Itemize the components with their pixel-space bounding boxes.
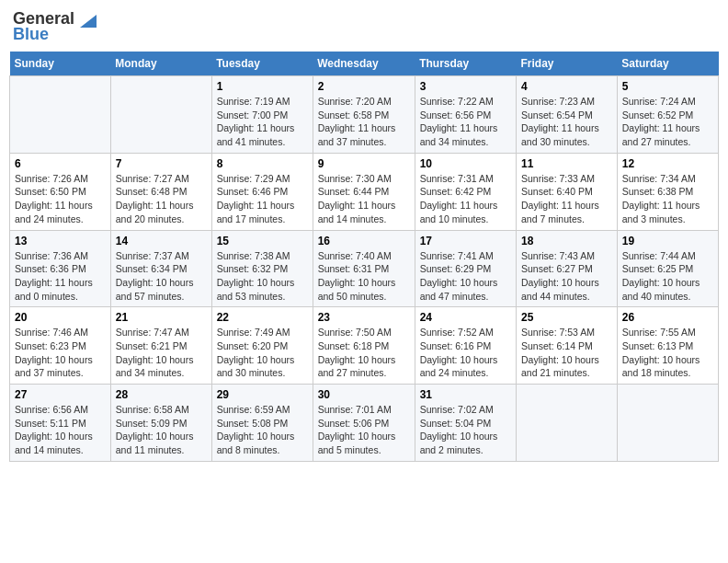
weekday-header-thursday: Thursday xyxy=(415,52,516,76)
calendar-cell: 7 Sunrise: 7:27 AMSunset: 6:48 PMDayligh… xyxy=(110,153,211,230)
day-detail: Sunrise: 7:38 AMSunset: 6:32 PMDaylight:… xyxy=(217,249,308,304)
day-detail: Sunrise: 7:26 AMSunset: 6:50 PMDaylight:… xyxy=(15,172,106,226)
day-number: 14 xyxy=(116,235,207,247)
calendar-cell: 31 Sunrise: 7:02 AMSunset: 5:04 PMDaylig… xyxy=(415,385,516,462)
day-detail: Sunrise: 7:43 AMSunset: 6:27 PMDaylight:… xyxy=(521,249,612,304)
calendar-cell: 19 Sunrise: 7:44 AMSunset: 6:25 PMDaylig… xyxy=(617,230,718,307)
calendar-cell: 3 Sunrise: 7:22 AMSunset: 6:56 PMDayligh… xyxy=(415,76,516,154)
calendar-cell xyxy=(110,76,211,154)
day-number: 18 xyxy=(521,235,612,247)
day-number: 4 xyxy=(521,80,612,93)
day-number: 29 xyxy=(217,388,308,401)
day-number: 8 xyxy=(217,157,308,170)
day-detail: Sunrise: 7:02 AMSunset: 5:04 PMDaylight:… xyxy=(420,403,511,457)
calendar-cell: 10 Sunrise: 7:31 AMSunset: 6:42 PMDaylig… xyxy=(415,153,516,230)
day-detail: Sunrise: 7:36 AMSunset: 6:36 PMDaylight:… xyxy=(15,249,106,304)
calendar-cell xyxy=(617,385,718,462)
day-detail: Sunrise: 7:24 AMSunset: 6:52 PMDaylight:… xyxy=(622,95,713,149)
day-number: 23 xyxy=(318,311,410,324)
calendar-cell: 9 Sunrise: 7:30 AMSunset: 6:44 PMDayligh… xyxy=(313,153,415,230)
day-detail: Sunrise: 7:47 AMSunset: 6:21 PMDaylight:… xyxy=(116,326,207,380)
week-row-2: 6 Sunrise: 7:26 AMSunset: 6:50 PMDayligh… xyxy=(10,153,719,230)
calendar-cell xyxy=(10,76,111,154)
day-detail: Sunrise: 6:59 AMSunset: 5:08 PMDaylight:… xyxy=(217,403,308,457)
calendar-cell: 6 Sunrise: 7:26 AMSunset: 6:50 PMDayligh… xyxy=(10,153,111,230)
calendar-cell: 2 Sunrise: 7:20 AMSunset: 6:58 PMDayligh… xyxy=(313,76,415,154)
calendar-cell: 17 Sunrise: 7:41 AMSunset: 6:29 PMDaylig… xyxy=(415,230,516,307)
calendar-cell: 11 Sunrise: 7:33 AMSunset: 6:40 PMDaylig… xyxy=(517,153,618,230)
calendar-cell: 5 Sunrise: 7:24 AMSunset: 6:52 PMDayligh… xyxy=(617,76,718,154)
day-number: 20 xyxy=(15,311,106,324)
calendar-cell: 12 Sunrise: 7:34 AMSunset: 6:38 PMDaylig… xyxy=(617,153,718,230)
week-row-5: 27 Sunrise: 6:56 AMSunset: 5:11 PMDaylig… xyxy=(10,385,719,462)
week-row-3: 13 Sunrise: 7:36 AMSunset: 6:36 PMDaylig… xyxy=(10,230,719,307)
calendar-cell: 18 Sunrise: 7:43 AMSunset: 6:27 PMDaylig… xyxy=(517,230,618,307)
day-detail: Sunrise: 7:23 AMSunset: 6:54 PMDaylight:… xyxy=(521,95,612,149)
day-number: 3 xyxy=(420,80,511,93)
calendar-cell: 24 Sunrise: 7:52 AMSunset: 6:16 PMDaylig… xyxy=(415,307,516,385)
day-number: 19 xyxy=(622,235,713,247)
day-number: 13 xyxy=(15,235,106,247)
day-number: 5 xyxy=(622,80,713,93)
logo-icon xyxy=(76,11,97,28)
day-detail: Sunrise: 7:49 AMSunset: 6:20 PMDaylight:… xyxy=(217,326,308,380)
calendar-cell: 14 Sunrise: 7:37 AMSunset: 6:34 PMDaylig… xyxy=(110,230,211,307)
day-detail: Sunrise: 7:53 AMSunset: 6:14 PMDaylight:… xyxy=(521,326,612,380)
calendar-cell: 16 Sunrise: 7:40 AMSunset: 6:31 PMDaylig… xyxy=(313,230,415,307)
calendar-cell: 29 Sunrise: 6:59 AMSunset: 5:08 PMDaylig… xyxy=(211,385,313,462)
page-header: General Blue xyxy=(9,9,719,44)
calendar-cell: 30 Sunrise: 7:01 AMSunset: 5:06 PMDaylig… xyxy=(313,385,415,462)
calendar-cell: 20 Sunrise: 7:46 AMSunset: 6:23 PMDaylig… xyxy=(10,307,111,385)
day-number: 9 xyxy=(318,157,410,170)
day-number: 6 xyxy=(15,157,106,170)
day-detail: Sunrise: 7:27 AMSunset: 6:48 PMDaylight:… xyxy=(116,172,207,226)
calendar-cell: 4 Sunrise: 7:23 AMSunset: 6:54 PMDayligh… xyxy=(517,76,618,154)
calendar-cell: 28 Sunrise: 6:58 AMSunset: 5:09 PMDaylig… xyxy=(110,385,211,462)
day-detail: Sunrise: 7:19 AMSunset: 7:00 PMDaylight:… xyxy=(217,95,308,149)
day-number: 7 xyxy=(116,157,207,170)
week-row-1: 1 Sunrise: 7:19 AMSunset: 7:00 PMDayligh… xyxy=(10,76,719,154)
day-number: 11 xyxy=(521,157,612,170)
svg-marker-0 xyxy=(80,15,97,28)
day-detail: Sunrise: 7:37 AMSunset: 6:34 PMDaylight:… xyxy=(116,249,207,304)
day-detail: Sunrise: 7:01 AMSunset: 5:06 PMDaylight:… xyxy=(318,403,410,457)
day-number: 22 xyxy=(217,311,308,324)
week-row-4: 20 Sunrise: 7:46 AMSunset: 6:23 PMDaylig… xyxy=(10,307,719,385)
weekday-header-wednesday: Wednesday xyxy=(313,52,415,76)
day-detail: Sunrise: 7:52 AMSunset: 6:16 PMDaylight:… xyxy=(420,326,511,380)
day-detail: Sunrise: 7:55 AMSunset: 6:13 PMDaylight:… xyxy=(622,326,713,380)
calendar-header-row: SundayMondayTuesdayWednesdayThursdayFrid… xyxy=(10,52,719,76)
calendar-cell: 21 Sunrise: 7:47 AMSunset: 6:21 PMDaylig… xyxy=(110,307,211,385)
day-number: 28 xyxy=(116,388,207,401)
day-number: 10 xyxy=(420,157,511,170)
calendar-cell: 22 Sunrise: 7:49 AMSunset: 6:20 PMDaylig… xyxy=(211,307,313,385)
day-number: 12 xyxy=(622,157,713,170)
day-number: 24 xyxy=(420,311,511,324)
calendar-cell: 15 Sunrise: 7:38 AMSunset: 6:32 PMDaylig… xyxy=(211,230,313,307)
day-number: 26 xyxy=(622,311,713,324)
calendar-cell: 13 Sunrise: 7:36 AMSunset: 6:36 PMDaylig… xyxy=(10,230,111,307)
day-detail: Sunrise: 7:30 AMSunset: 6:44 PMDaylight:… xyxy=(318,172,410,226)
calendar-table: SundayMondayTuesdayWednesdayThursdayFrid… xyxy=(9,52,719,462)
day-number: 30 xyxy=(318,388,410,401)
day-detail: Sunrise: 7:34 AMSunset: 6:38 PMDaylight:… xyxy=(622,172,713,226)
day-detail: Sunrise: 6:56 AMSunset: 5:11 PMDaylight:… xyxy=(15,403,106,457)
weekday-header-monday: Monday xyxy=(110,52,211,76)
day-number: 25 xyxy=(521,311,612,324)
day-number: 21 xyxy=(116,311,207,324)
day-number: 15 xyxy=(217,235,308,247)
day-detail: Sunrise: 6:58 AMSunset: 5:09 PMDaylight:… xyxy=(116,403,207,457)
day-detail: Sunrise: 7:41 AMSunset: 6:29 PMDaylight:… xyxy=(420,249,511,304)
calendar-cell: 8 Sunrise: 7:29 AMSunset: 6:46 PMDayligh… xyxy=(211,153,313,230)
calendar-cell: 25 Sunrise: 7:53 AMSunset: 6:14 PMDaylig… xyxy=(517,307,618,385)
weekday-header-sunday: Sunday xyxy=(10,52,111,76)
day-detail: Sunrise: 7:20 AMSunset: 6:58 PMDaylight:… xyxy=(318,95,410,149)
day-number: 1 xyxy=(217,80,308,93)
calendar-cell: 23 Sunrise: 7:50 AMSunset: 6:18 PMDaylig… xyxy=(313,307,415,385)
day-detail: Sunrise: 7:33 AMSunset: 6:40 PMDaylight:… xyxy=(521,172,612,226)
day-number: 31 xyxy=(420,388,511,401)
day-detail: Sunrise: 7:31 AMSunset: 6:42 PMDaylight:… xyxy=(420,172,511,226)
calendar-cell: 26 Sunrise: 7:55 AMSunset: 6:13 PMDaylig… xyxy=(617,307,718,385)
day-detail: Sunrise: 7:40 AMSunset: 6:31 PMDaylight:… xyxy=(318,249,410,304)
calendar-cell: 1 Sunrise: 7:19 AMSunset: 7:00 PMDayligh… xyxy=(211,76,313,154)
